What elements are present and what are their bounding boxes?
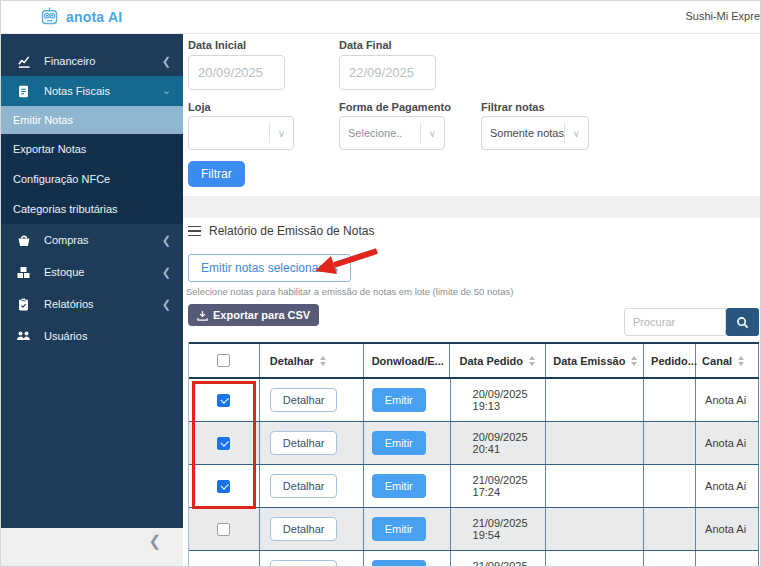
data-emissao-cell (546, 551, 644, 567)
sidebar-item-label: Usuários (44, 330, 87, 342)
chevron-left-icon: ❮ (162, 55, 171, 68)
detalhar-button[interactable]: Detalhar (270, 474, 338, 498)
table-row: Detalhar Emitir 21/09/2025 19:54 Anota A… (189, 508, 759, 551)
report-title: Relatório de Emissão de Notas (209, 224, 374, 238)
chevron-down-icon: ∨ (564, 123, 588, 142)
table-header-row: Detalhar Donwload/E... Data Pedido Data … (189, 342, 759, 379)
sidebar-item-categorias-tributarias[interactable]: Categorias tributárias (1, 194, 183, 224)
row-checkbox[interactable] (217, 437, 230, 450)
sidebar-item-label: Configuração NFCe (13, 173, 110, 185)
sidebar-item-exportar-notas[interactable]: Exportar Notas (1, 134, 183, 164)
emitir-button[interactable]: Emitir (372, 431, 426, 455)
filtrar-notas-select-value: Somente notas n... (490, 127, 564, 139)
loja-select[interactable]: ∨ (188, 116, 294, 150)
emitir-notas-selecionadas-button[interactable]: Emitir notas selecionadas (188, 254, 351, 282)
col-header-data-emissao[interactable]: Data Emissão (546, 344, 644, 377)
sidebar: Financeiro ❮ Notas Fiscais ⌄ Emitir Nota… (1, 34, 183, 528)
detalhar-button[interactable]: Detalhar (270, 560, 338, 567)
sort-icon (631, 356, 637, 366)
brand-name: anota AI (66, 9, 122, 25)
sort-icon (738, 356, 744, 366)
data-pedido-cell: 21/09/2025 19:54 (451, 508, 547, 550)
notas-table: Detalhar Donwload/E... Data Pedido Data … (188, 342, 759, 567)
users-icon (15, 330, 32, 342)
sidebar-item-configuracao-nfce[interactable]: Configuração NFCe (1, 164, 183, 194)
table-row: Detalhar Emitir 21/09/2025 20:08 Anota A… (189, 551, 759, 567)
data-pedido-cell: 20/09/2025 19:13 (451, 379, 547, 421)
col-header-canal[interactable]: Canal (696, 344, 759, 377)
sidebar-item-compras[interactable]: Compras ❮ (1, 224, 183, 256)
search-icon (736, 316, 749, 329)
data-emissao-cell (546, 422, 644, 464)
forma-pagamento-select-value: Selecione.. (348, 127, 420, 139)
sidebar-item-financeiro[interactable]: Financeiro ❮ (1, 46, 183, 76)
sidebar-item-emitir-notas[interactable]: Emitir Notas (1, 106, 183, 134)
table-row: Detalhar Emitir 21/09/2025 17:24 Anota A… (189, 465, 759, 508)
download-icon (197, 310, 208, 321)
robot-logo-icon (39, 6, 60, 27)
pedido-cell (644, 551, 696, 567)
clipboard-icon (15, 298, 32, 311)
chevron-down-icon: ∨ (269, 123, 293, 142)
boxes-icon (15, 266, 32, 279)
filtrar-notas-label: Filtrar notas (481, 101, 545, 113)
table-row: Detalhar Emitir 20/09/2025 20:41 Anota A… (189, 422, 759, 465)
sidebar-item-label: Financeiro (44, 55, 95, 67)
exportar-csv-button[interactable]: Exportar para CSV (188, 304, 319, 326)
batch-helper-text: Selecione notas para habilitar a emissão… (186, 286, 513, 297)
col-header-pedido[interactable]: Pedido... (644, 344, 696, 377)
sidebar-footer: ❮ (1, 528, 183, 567)
sidebar-item-relatorios[interactable]: Relatórios ❮ (1, 288, 183, 320)
chevron-down-icon: ⌄ (162, 84, 171, 97)
search-button[interactable] (726, 308, 759, 336)
row-checkbox[interactable] (217, 394, 230, 407)
sidebar-item-label: Notas Fiscais (44, 85, 110, 97)
forma-pagamento-select[interactable]: Selecione.. ∨ (339, 116, 445, 150)
col-header-data-pedido[interactable]: Data Pedido (450, 344, 546, 377)
forma-pagamento-label: Forma de Pagamento (339, 101, 451, 113)
main-content: Data Inicial 20/09/2025 Data Final 22/09… (183, 34, 761, 567)
sidebar-item-label: Categorias tributárias (13, 203, 118, 215)
sidebar-item-notas-fiscais[interactable]: Notas Fiscais ⌄ (1, 76, 183, 106)
emitir-button[interactable]: Emitir (372, 560, 426, 567)
report-menu-icon[interactable] (188, 226, 201, 237)
data-final-input[interactable]: 22/09/2025 (339, 55, 436, 90)
emitir-button[interactable]: Emitir (372, 474, 426, 498)
select-all-checkbox[interactable] (217, 354, 230, 367)
canal-cell: Anota Ai (696, 465, 759, 507)
data-final-label: Data Final (339, 39, 392, 51)
brand-logo[interactable]: anota AI (39, 6, 122, 27)
sidebar-item-usuarios[interactable]: Usuários (1, 320, 183, 352)
select-all-header (189, 344, 260, 377)
data-emissao-cell (546, 465, 644, 507)
detalhar-button[interactable]: Detalhar (270, 517, 338, 541)
collapse-sidebar-icon[interactable]: ❮ (148, 532, 161, 550)
table-row: Detalhar Emitir 20/09/2025 19:13 Anota A… (189, 379, 759, 422)
detalhar-button[interactable]: Detalhar (270, 388, 338, 412)
filtrar-notas-select[interactable]: Somente notas n... ∨ (481, 116, 589, 150)
canal-cell: Anota Ai (696, 379, 759, 421)
data-pedido-cell: 21/09/2025 20:08 (451, 551, 547, 567)
chevron-left-icon: ❮ (162, 298, 171, 311)
filtrar-button[interactable]: Filtrar (188, 161, 245, 187)
detalhar-button[interactable]: Detalhar (270, 431, 338, 455)
canal-cell: Anota Ai (696, 422, 759, 464)
col-header-detalhar[interactable]: Detalhar (260, 344, 364, 377)
col-header-download[interactable]: Donwload/E... (364, 344, 451, 377)
pedido-cell (644, 379, 696, 421)
chart-line-icon (15, 55, 32, 68)
sidebar-item-label: Exportar Notas (13, 143, 86, 155)
search-input[interactable] (624, 308, 726, 336)
row-checkbox[interactable] (217, 480, 230, 493)
store-name[interactable]: Sushi-Mi Expre (685, 10, 760, 22)
row-checkbox[interactable] (217, 523, 230, 536)
emitir-button[interactable]: Emitir (372, 388, 426, 412)
data-inicial-label: Data Inicial (188, 39, 246, 51)
sidebar-item-label: Compras (44, 234, 89, 246)
top-bar: anota AI Sushi-Mi Expre (1, 1, 761, 34)
emitir-button[interactable]: Emitir (372, 517, 426, 541)
data-inicial-input[interactable]: 20/09/2025 (188, 55, 285, 90)
data-pedido-cell: 20/09/2025 20:41 (451, 422, 547, 464)
sidebar-item-estoque[interactable]: Estoque ❮ (1, 256, 183, 288)
canal-cell: Anota Ai (696, 508, 759, 550)
